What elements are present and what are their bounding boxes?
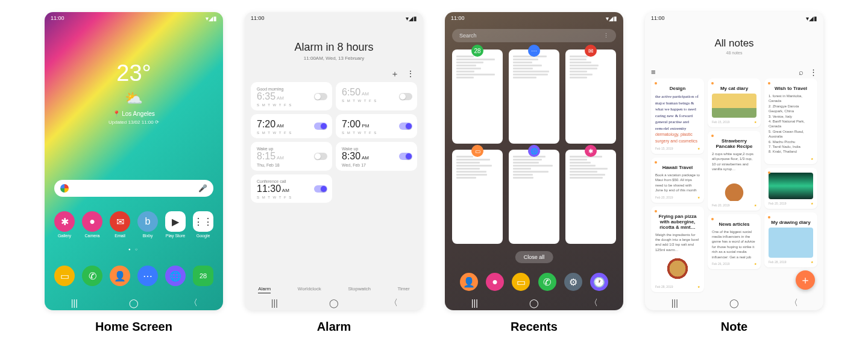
clock-tab[interactable]: Stopwatch <box>348 286 370 293</box>
status-signal-icon: ▾◢▮ <box>406 15 417 22</box>
app-icon[interactable]: 👤 <box>110 266 130 286</box>
alarm-card[interactable]: Wake up8:30 AMWed, Feb 17 <box>336 142 417 171</box>
app-icon[interactable]: ▭ <box>54 266 75 286</box>
app-icon[interactable]: ✉Email <box>110 211 130 238</box>
note-card[interactable]: Wish to Travel1. forest in Manitoba, Can… <box>764 78 817 164</box>
nav-home-icon[interactable]: ◯ <box>722 298 746 308</box>
app-icon[interactable]: ✱Gallery <box>54 211 75 238</box>
alarm-toggle[interactable] <box>399 153 412 160</box>
caption: Home Screen <box>95 320 172 334</box>
nav-back-icon[interactable]: 〈 <box>181 298 206 308</box>
nav-recents-icon[interactable]: ||| <box>462 298 486 308</box>
recent-app-card[interactable]: ▭ <box>452 150 503 244</box>
weather-updated: Updated 13/02 11:00 ⟳ <box>45 120 223 125</box>
menu-icon[interactable]: ≡ <box>651 68 656 77</box>
dock-app-icon[interactable]: 👤 <box>460 273 478 291</box>
alarm-toggle[interactable] <box>314 123 327 130</box>
note-card[interactable]: My cat diaryFeb 15, 2019★ <box>708 78 761 127</box>
nav-recents-icon[interactable]: ||| <box>262 298 286 308</box>
more-icon[interactable]: ⋮ <box>603 33 609 39</box>
dock-app-icon[interactable]: ● <box>486 273 504 291</box>
notes-count: 48 notes <box>645 51 823 55</box>
recent-app-icon: 28 <box>471 45 483 57</box>
dock: ▭✆👤⋯🌐28 <box>45 266 223 286</box>
new-note-fab[interactable]: ＋ <box>796 270 815 290</box>
note-card[interactable]: My drawing diaryFeb 28, 2019★ <box>764 212 817 267</box>
clock-tabs: AlarmWorldclockStopwatchTimer <box>245 286 423 293</box>
alarm-card[interactable]: Conference call11:30 AMS M T W T F S <box>251 174 332 203</box>
alarm-toggle[interactable] <box>399 123 412 130</box>
note-column: My cat diaryFeb 15, 2019★Strawberry Panc… <box>708 78 761 292</box>
dock-app-icon[interactable]: 🕐 <box>590 273 608 291</box>
alarm-toggle[interactable] <box>399 93 412 100</box>
recent-app-card[interactable]: ✱ <box>565 150 616 244</box>
nav-recents-icon[interactable]: ||| <box>62 298 86 308</box>
nav-home-icon[interactable]: ◯ <box>322 298 346 308</box>
status-time: 11:00 <box>451 15 465 21</box>
app-icon[interactable]: ✆ <box>82 266 102 286</box>
alarm-screen: 11:00 ▾◢▮ Alarm in 8 hours 11:00AM, Wed,… <box>245 12 423 310</box>
dock-app-icon[interactable]: ✆ <box>538 273 556 291</box>
alarm-card[interactable]: 6:50 AMS M T W T F S <box>336 82 417 110</box>
status-bar: 11:00 ▾◢▮ <box>445 12 623 24</box>
nav-recents-icon[interactable]: ||| <box>662 298 687 308</box>
recent-app-card[interactable]: 🌐 <box>509 150 559 244</box>
alarm-toggle[interactable] <box>314 153 327 160</box>
app-icon[interactable]: ⋯ <box>137 266 158 286</box>
weather-location[interactable]: 📍 Los Angeles <box>45 110 223 117</box>
dock-app-icon[interactable]: ⚙ <box>564 273 582 291</box>
app-icon[interactable]: 28 <box>193 266 213 286</box>
app-icon[interactable]: ●Camera <box>82 211 102 238</box>
recents-dock: 👤●▭✆⚙🕐 <box>445 273 623 291</box>
notes-title: All notes <box>645 37 823 49</box>
recent-app-icon: ✱ <box>585 145 597 157</box>
nav-home-icon[interactable]: ◯ <box>122 298 146 308</box>
recents-search[interactable]: Search ⋮ <box>452 29 616 42</box>
note-card[interactable]: Hawaii TravelBook a vacation package to … <box>651 158 704 203</box>
add-alarm-button[interactable]: ＋ <box>391 69 399 80</box>
app-icon[interactable]: 🌐 <box>165 266 186 286</box>
alarm-card[interactable]: 7:00 PMS M T W T F S <box>336 114 417 138</box>
recent-app-card[interactable]: ✉ <box>565 49 616 144</box>
app-icon[interactable]: ⋮⋮Google <box>193 211 213 238</box>
weather-temp[interactable]: 23° <box>45 60 223 86</box>
more-icon[interactable]: ⋮ <box>406 69 415 80</box>
recent-app-card[interactable]: ⋯ <box>509 49 559 144</box>
alarm-card[interactable]: Wake up8:15 AMThu, Feb 18 <box>251 142 332 171</box>
alarm-toggle[interactable] <box>314 93 327 100</box>
alarm-card[interactable]: Good morning6:35 AMS M T W T F S <box>251 82 332 110</box>
caption: Recents <box>511 320 558 334</box>
note-card[interactable]: Designthe active participation of major … <box>651 78 704 154</box>
alarm-list: Good morning6:35 AMS M T W T F S6:50 AMS… <box>251 82 417 203</box>
clock-tab[interactable]: Alarm <box>258 286 271 293</box>
note-card[interactable]: Frying pan pizza with aubergine, ricotta… <box>651 206 704 293</box>
clock-tab[interactable]: Worldclock <box>298 286 321 293</box>
nav-home-icon[interactable]: ◯ <box>522 298 546 308</box>
page-indicator[interactable]: ● ○ <box>45 247 223 251</box>
close-all-button[interactable]: Close all <box>515 251 553 263</box>
alarm-toggle[interactable] <box>314 185 327 193</box>
nav-back-icon[interactable]: 〈 <box>582 298 606 308</box>
nav-back-icon[interactable]: 〈 <box>782 298 806 308</box>
search-icon[interactable]: ⌕ <box>799 68 804 77</box>
clock-tab[interactable]: Timer <box>397 286 409 293</box>
more-icon[interactable]: ⋮ <box>810 68 817 77</box>
status-signal-icon: ▾◢▮ <box>806 15 817 22</box>
mic-icon[interactable]: 🎤 <box>198 184 207 193</box>
recent-app-icon: 🌐 <box>528 145 540 157</box>
caption: Alarm <box>317 320 351 334</box>
alarm-title: Alarm in 8 hours <box>245 41 423 54</box>
app-icon[interactable]: bBixby <box>137 211 158 238</box>
nav-bar: ||| ◯ 〈 <box>245 296 423 310</box>
recent-app-card[interactable]: 28 <box>452 49 503 144</box>
note-card[interactable]: Strawberry Pancake Recipe2 cups white su… <box>708 131 761 211</box>
app-icon[interactable]: ▶Play Store <box>165 211 186 238</box>
google-search-bar[interactable]: 🎤 <box>54 180 213 197</box>
nav-back-icon[interactable]: 〈 <box>382 298 406 308</box>
status-time: 11:00 <box>651 15 665 21</box>
note-card[interactable]: Feb 20, 2019★ <box>764 168 817 209</box>
alarm-subtitle: 11:00AM, Wed, 13 February <box>245 56 423 61</box>
note-card[interactable]: News articlesOne of the biggest social m… <box>708 214 761 269</box>
dock-app-icon[interactable]: ▭ <box>512 273 530 291</box>
alarm-card[interactable]: 7:20 AMS M T W T F S <box>251 114 332 138</box>
